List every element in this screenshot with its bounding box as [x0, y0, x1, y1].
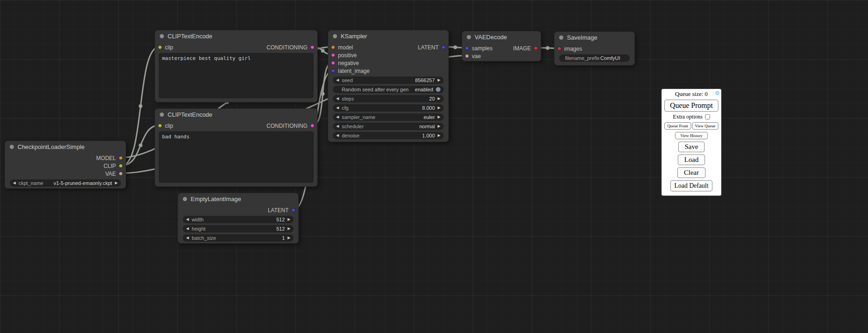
input-slot-images[interactable]: images [557, 46, 582, 52]
input-dot-conditioning[interactable] [331, 53, 335, 57]
output-slot-conditioning[interactable]: CONDITIONING [266, 123, 314, 129]
node-header[interactable]: VAEDecode [462, 31, 541, 42]
node-header[interactable]: CheckpointLoaderSimple [5, 141, 126, 152]
widget-filename-prefix[interactable]: filename_prefix ComfyUI [559, 54, 630, 62]
widget-scheduler[interactable]: ◀ scheduler normal ▶ [333, 123, 444, 130]
widget-steps[interactable]: ◀ steps 20 ▶ [333, 95, 444, 102]
widget-increment-icon[interactable]: ▶ [438, 104, 440, 112]
toggle-on-icon[interactable] [436, 87, 440, 92]
save-button[interactable]: Save [678, 142, 705, 152]
prompt-textarea[interactable]: bad hands [159, 131, 313, 183]
settings-icon[interactable]: ⚙ [715, 90, 720, 96]
output-dot-vae[interactable] [119, 172, 123, 176]
widget-decrement-icon[interactable]: ◀ [336, 104, 339, 112]
widget-sampler-name[interactable]: ◀ sampler_name euler ▶ [333, 113, 444, 121]
node-ksampler[interactable]: KSampler model LATENT positive [328, 30, 449, 142]
collapse-toggle-icon[interactable] [10, 145, 14, 149]
widget-increment-icon[interactable]: ▶ [438, 123, 440, 130]
load-button[interactable]: Load [678, 155, 705, 165]
node-header[interactable]: SaveImage [555, 32, 634, 43]
input-slot-positive[interactable]: positive [331, 52, 357, 59]
widget-decrement-icon[interactable]: ◀ [336, 77, 339, 84]
widget-increment-icon[interactable]: ▶ [288, 225, 290, 232]
widget-increment-icon[interactable]: ▶ [438, 132, 440, 139]
node-clip-text-encode-positive[interactable]: CLIPTextEncode clip CONDITIONING masterp… [155, 30, 318, 102]
widget-seed[interactable]: ◀ seed 8566257 ▶ [333, 77, 444, 84]
widget-decrement-icon[interactable]: ◀ [336, 123, 339, 130]
input-slot-negative[interactable]: negative [331, 60, 359, 66]
node-vae-decode[interactable]: VAEDecode samples IMAGE vae [462, 31, 541, 61]
widget-decrement-icon[interactable]: ◀ [186, 216, 189, 223]
collapse-toggle-icon[interactable] [160, 34, 164, 38]
output-dot-latent[interactable] [441, 45, 446, 49]
output-slot-conditioning[interactable]: CONDITIONING [266, 44, 314, 51]
load-default-button[interactable]: Load Default [670, 180, 712, 191]
collapse-toggle-icon[interactable] [333, 34, 337, 38]
input-dot-latent[interactable] [465, 46, 469, 50]
widget-seed-mode[interactable]: Random seed after every gen enabled [333, 86, 444, 93]
clear-button[interactable]: Clear [677, 167, 705, 178]
output-slot-clip[interactable]: CLIP [103, 163, 123, 169]
widget-decrement-icon[interactable]: ◀ [336, 113, 339, 121]
collapse-toggle-icon[interactable] [160, 113, 164, 117]
input-slot-latent-image[interactable]: latent_image [331, 68, 370, 74]
widget-increment-icon[interactable]: ▶ [288, 216, 290, 223]
output-slot-latent[interactable]: LATENT [418, 44, 446, 51]
input-slot-vae[interactable]: vae [465, 53, 481, 59]
input-slot-clip[interactable]: clip [158, 44, 173, 51]
input-dot-clip[interactable] [158, 45, 162, 49]
widget-denoise[interactable]: ◀ denoise 1.000 ▶ [333, 132, 444, 139]
input-slot-samples[interactable]: samples [465, 45, 493, 52]
input-dot-conditioning[interactable] [331, 61, 335, 65]
node-header[interactable]: EmptyLatentImage [178, 193, 298, 204]
output-slot-vae[interactable]: VAE [105, 171, 123, 177]
graph-canvas[interactable]: CheckpointLoaderSimple MODEL CLIP VAE [0, 0, 868, 333]
widget-increment-icon[interactable]: ▶ [438, 113, 440, 121]
collapse-toggle-icon[interactable] [183, 197, 187, 201]
collapse-toggle-icon[interactable] [467, 35, 471, 39]
input-dot-latent[interactable] [331, 69, 335, 73]
output-slot-model[interactable]: MODEL [96, 155, 123, 161]
widget-height[interactable]: ◀ height 512 ▶ [183, 225, 294, 232]
extra-options-checkbox[interactable] [705, 114, 710, 119]
widget-decrement-icon[interactable]: ◀ [186, 225, 189, 232]
collapse-toggle-icon[interactable] [559, 36, 563, 40]
widget-width[interactable]: ◀ width 512 ▶ [183, 216, 294, 223]
input-slot-model[interactable]: model [331, 44, 353, 51]
widget-batch-size[interactable]: ◀ batch_size 1 ▶ [183, 234, 294, 242]
node-header[interactable]: CLIPTextEncode [155, 30, 317, 42]
node-header[interactable]: KSampler [328, 30, 448, 42]
widget-increment-icon[interactable]: ▶ [288, 234, 290, 242]
widget-increment-icon[interactable]: ▶ [438, 77, 440, 84]
view-queue-button[interactable]: View Queue [692, 122, 719, 130]
widget-ckpt-name[interactable]: ◀ ckpt_name v1-5-pruned-emaonly.ckpt ▶ [10, 179, 121, 187]
output-dot-conditioning[interactable] [310, 45, 314, 49]
output-dot-clip[interactable] [119, 164, 123, 168]
widget-cfg[interactable]: ◀ cfg 8.000 ▶ [333, 104, 444, 112]
output-dot-model[interactable] [119, 156, 123, 160]
input-dot-model[interactable] [331, 45, 335, 49]
widget-decrement-icon[interactable]: ◀ [336, 95, 339, 102]
node-checkpoint-loader-simple[interactable]: CheckpointLoaderSimple MODEL CLIP VAE [5, 141, 126, 189]
output-dot-latent[interactable] [291, 208, 295, 212]
node-save-image[interactable]: SaveImage images filename_prefix ComfyUI [554, 31, 635, 65]
input-dot-clip[interactable] [158, 124, 162, 128]
widget-decrement-icon[interactable]: ◀ [336, 132, 339, 139]
widget-increment-icon[interactable]: ▶ [115, 179, 118, 187]
node-clip-text-encode-negative[interactable]: CLIPTextEncode clip CONDITIONING bad han… [155, 108, 318, 187]
widget-decrement-icon[interactable]: ◀ [186, 234, 189, 242]
node-header[interactable]: CLIPTextEncode [155, 109, 317, 120]
node-empty-latent-image[interactable]: EmptyLatentImage LATENT ◀ width 512 ▶ ◀ … [178, 193, 299, 244]
input-dot-image[interactable] [557, 47, 561, 51]
widget-increment-icon[interactable]: ▶ [438, 95, 440, 102]
output-slot-image[interactable]: IMAGE [513, 45, 538, 52]
comfy-menu-panel[interactable]: Queue size: 0 ⚙ Queue Prompt Extra optio… [661, 89, 722, 196]
queue-prompt-button[interactable]: Queue Prompt [664, 100, 718, 112]
widget-decrement-icon[interactable]: ◀ [13, 179, 16, 187]
output-dot-conditioning[interactable] [310, 124, 314, 128]
view-history-button[interactable]: View History [675, 132, 707, 139]
output-slot-latent[interactable]: LATENT [268, 207, 295, 214]
queue-front-button[interactable]: Queue Front [664, 122, 691, 130]
input-slot-clip[interactable]: clip [158, 123, 173, 129]
input-dot-vae[interactable] [465, 54, 469, 58]
